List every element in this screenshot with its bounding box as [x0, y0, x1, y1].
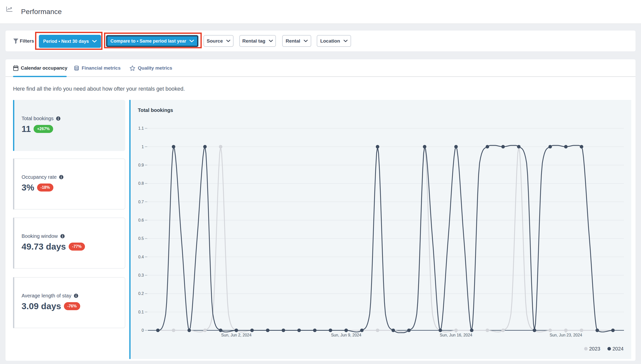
svg-text:0.3: 0.3 — [138, 273, 144, 277]
svg-text:Sun, Jun 23, 2024: Sun, Jun 23, 2024 — [550, 333, 582, 337]
svg-text:2024: 2024 — [612, 346, 624, 351]
svg-text:0: 0 — [142, 328, 144, 332]
svg-text:1.1: 1.1 — [138, 126, 144, 130]
svg-text:Sun, Jun 16, 2024: Sun, Jun 16, 2024 — [440, 333, 472, 337]
svg-text:2023: 2023 — [589, 346, 600, 351]
svg-text:1: 1 — [142, 145, 144, 149]
svg-text:Sun, Jun 2, 2024: Sun, Jun 2, 2024 — [221, 333, 252, 337]
svg-text:0.4: 0.4 — [138, 255, 144, 259]
svg-text:0.2: 0.2 — [138, 291, 144, 296]
svg-text:0.6: 0.6 — [138, 218, 144, 222]
svg-text:0.9: 0.9 — [138, 163, 144, 167]
svg-text:0.7: 0.7 — [138, 200, 144, 204]
svg-text:0.1: 0.1 — [138, 310, 144, 314]
svg-text:0.5: 0.5 — [138, 236, 144, 241]
svg-text:Sun, Jun 9, 2024: Sun, Jun 9, 2024 — [331, 333, 361, 337]
svg-text:0.8: 0.8 — [138, 181, 144, 186]
